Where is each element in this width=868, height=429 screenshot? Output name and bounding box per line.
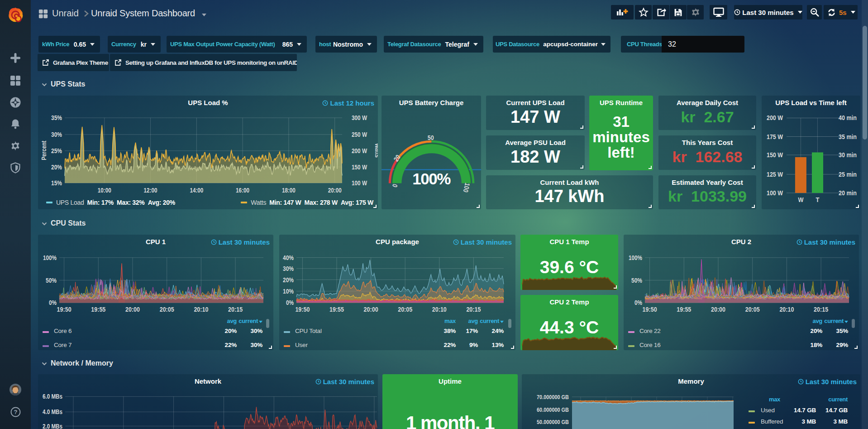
svg-text:19:55: 19:55	[329, 305, 344, 313]
svg-text:20:00: 20:00	[364, 305, 378, 313]
svg-text:19:50: 19:50	[295, 305, 310, 313]
svg-text:?: ?	[14, 409, 18, 415]
svg-text:20:15: 20:15	[466, 305, 481, 313]
svg-text:12:00: 12:00	[144, 187, 157, 194]
svg-text:16:00: 16:00	[236, 187, 249, 194]
svg-text:W: W	[798, 196, 804, 203]
svg-text:18:00: 18:00	[282, 187, 296, 194]
svg-text:10%: 10%	[283, 288, 294, 295]
svg-text:T: T	[816, 196, 819, 203]
svg-text:14:00: 14:00	[190, 187, 203, 194]
svg-text:35 min: 35 min	[839, 133, 857, 140]
svg-text:20:15: 20:15	[228, 305, 243, 313]
svg-text:20:10: 20:10	[432, 305, 447, 313]
svg-text:100 W: 100 W	[352, 179, 367, 187]
svg-text:20:00: 20:00	[711, 305, 725, 313]
svg-text:0%: 0%	[286, 299, 294, 306]
svg-text:50: 50	[428, 134, 434, 141]
svg-text:Percent: Percent	[40, 140, 48, 160]
svg-text:10:00: 10:00	[98, 187, 111, 194]
svg-text:20:15: 20:15	[814, 305, 828, 313]
svg-text:Watts: Watts	[374, 143, 378, 158]
svg-text:300 W: 300 W	[352, 114, 367, 121]
svg-text:4.0 MBs: 4.0 MBs	[43, 408, 62, 415]
svg-text:25 min: 25 min	[839, 170, 857, 178]
svg-text:0%: 0%	[634, 299, 642, 306]
svg-text:125 W: 125 W	[767, 170, 783, 178]
svg-text:100 W: 100 W	[767, 189, 783, 197]
svg-text:40 min: 40 min	[839, 114, 857, 121]
svg-text:250 W: 250 W	[352, 131, 367, 138]
svg-text:6.0 MBs: 6.0 MBs	[43, 393, 62, 400]
svg-text:0%: 0%	[49, 299, 57, 306]
svg-text:20:05: 20:05	[160, 305, 174, 313]
svg-text:20:05: 20:05	[745, 305, 760, 313]
svg-text:20 min: 20 min	[839, 189, 857, 197]
svg-text:19:55: 19:55	[677, 305, 691, 313]
svg-text:100%: 100%	[43, 254, 57, 261]
svg-text:30%: 30%	[283, 265, 294, 272]
svg-text:200 W: 200 W	[767, 114, 783, 121]
svg-text:35%: 35%	[51, 114, 62, 121]
svg-text:20:10: 20:10	[194, 305, 208, 313]
svg-text:100%: 100%	[629, 254, 642, 261]
svg-text:20:05: 20:05	[398, 305, 412, 313]
svg-text:20:00: 20:00	[328, 187, 342, 194]
svg-text:19:50: 19:50	[57, 305, 72, 313]
svg-text:150 W: 150 W	[352, 164, 367, 171]
svg-text:200 W: 200 W	[352, 147, 367, 154]
svg-text:150 W: 150 W	[767, 151, 783, 159]
svg-text:15%: 15%	[51, 179, 62, 187]
svg-text:25%: 25%	[51, 147, 62, 154]
svg-text:20%: 20%	[51, 164, 62, 171]
svg-text:30%: 30%	[51, 131, 62, 138]
svg-text:20:10: 20:10	[779, 305, 794, 313]
svg-text:19:55: 19:55	[91, 305, 105, 313]
svg-text:20:00: 20:00	[125, 305, 140, 313]
svg-text:50%: 50%	[631, 277, 642, 284]
svg-text:50%: 50%	[46, 277, 57, 284]
svg-text:19:50: 19:50	[643, 305, 657, 313]
svg-text:2.0 MBs: 2.0 MBs	[43, 423, 62, 429]
svg-text:20%: 20%	[283, 276, 294, 284]
svg-text:30 min: 30 min	[839, 151, 857, 159]
svg-text:175 W: 175 W	[767, 133, 783, 140]
svg-text:40%: 40%	[283, 254, 294, 261]
